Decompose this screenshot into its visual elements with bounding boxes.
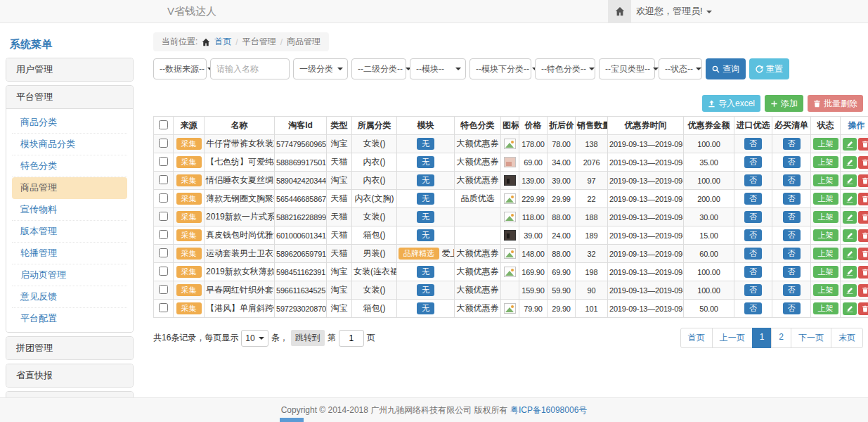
- import-preferred-toggle[interactable]: 否: [744, 284, 762, 296]
- module-badge[interactable]: 无: [417, 138, 434, 150]
- must-buy-toggle[interactable]: 否: [783, 229, 801, 241]
- edit-button[interactable]: [843, 266, 857, 279]
- delete-button[interactable]: [858, 266, 868, 279]
- add-button[interactable]: 添加: [765, 95, 803, 112]
- pager-last[interactable]: 末页: [831, 328, 863, 348]
- sidebar-panel-user-mgmt[interactable]: 用户管理: [6, 58, 134, 82]
- sidebar-item-platform-mgmt[interactable]: 平台管理: [6, 86, 133, 108]
- breadcrumb-home-link[interactable]: 首页: [214, 36, 231, 48]
- home-button[interactable]: [608, 0, 631, 23]
- edit-button[interactable]: [843, 156, 857, 169]
- import-preferred-toggle[interactable]: 否: [744, 193, 762, 205]
- row-checkbox[interactable]: [159, 248, 168, 257]
- import-preferred-toggle[interactable]: 否: [744, 248, 762, 260]
- row-checkbox[interactable]: [159, 303, 168, 312]
- sidebar-item-platform-config[interactable]: 平台配置: [12, 308, 127, 329]
- delete-button[interactable]: [858, 248, 868, 260]
- name-search-input[interactable]: [210, 58, 290, 79]
- must-buy-toggle[interactable]: 否: [783, 138, 801, 150]
- edit-button[interactable]: [843, 193, 857, 205]
- delete-button[interactable]: [858, 284, 868, 297]
- must-buy-toggle[interactable]: 否: [783, 284, 801, 296]
- status-badge[interactable]: 上架: [813, 138, 838, 150]
- module-badge[interactable]: 无: [417, 229, 434, 241]
- sidebar-item-promo-material[interactable]: 宣传物料: [12, 199, 127, 221]
- module-badge[interactable]: 无: [417, 284, 434, 296]
- row-checkbox[interactable]: [159, 285, 168, 294]
- sidebar-item-goods-mgmt[interactable]: 商品管理: [12, 177, 127, 199]
- must-buy-toggle[interactable]: 否: [783, 174, 801, 186]
- status-badge[interactable]: 上架: [813, 248, 838, 260]
- pager-first[interactable]: 首页: [680, 328, 713, 348]
- module-badge[interactable]: 无: [417, 193, 434, 205]
- row-checkbox[interactable]: [159, 193, 168, 203]
- edit-button[interactable]: [843, 174, 857, 187]
- delete-button[interactable]: [858, 193, 868, 205]
- must-buy-toggle[interactable]: 否: [783, 193, 801, 205]
- row-checkbox[interactable]: [159, 175, 168, 184]
- row-checkbox[interactable]: [159, 212, 168, 221]
- delete-button[interactable]: [858, 211, 868, 224]
- sidebar-item-splash-mgmt[interactable]: 启动页管理: [12, 264, 127, 286]
- row-checkbox[interactable]: [159, 230, 168, 239]
- import-preferred-toggle[interactable]: 否: [744, 156, 762, 168]
- edit-button[interactable]: [843, 248, 857, 260]
- sidebar-item-feature-category[interactable]: 特色分类: [12, 155, 127, 177]
- delete-button[interactable]: [858, 156, 868, 169]
- search-button[interactable]: 查询: [706, 58, 746, 79]
- must-buy-toggle[interactable]: 否: [783, 211, 801, 223]
- status-select[interactable]: --状态--: [659, 58, 702, 79]
- edit-button[interactable]: [843, 211, 857, 224]
- sidebar-item-express-news[interactable]: 省直快报: [6, 364, 133, 387]
- import-preferred-toggle[interactable]: 否: [744, 138, 762, 150]
- sidebar-item-module-goods-category[interactable]: 模块商品分类: [12, 134, 127, 155]
- module-badge[interactable]: 无: [417, 211, 434, 223]
- module-badge[interactable]: 品牌精选: [399, 248, 439, 260]
- row-checkbox[interactable]: [159, 267, 168, 276]
- edit-button[interactable]: [843, 284, 857, 297]
- import-preferred-toggle[interactable]: 否: [744, 174, 762, 186]
- must-buy-toggle[interactable]: 否: [783, 156, 801, 168]
- sidebar-item-feedback[interactable]: 意见反馈: [12, 286, 127, 308]
- jump-page-input[interactable]: [339, 330, 364, 347]
- pager-next[interactable]: 下一页: [791, 328, 831, 348]
- feature-category-select[interactable]: --特色分类--: [535, 58, 595, 79]
- delete-button[interactable]: [858, 138, 868, 151]
- sidebar-item-goods-category[interactable]: 商品分类: [12, 112, 127, 134]
- delete-button[interactable]: [858, 229, 868, 242]
- pager-prev[interactable]: 上一页: [712, 328, 753, 348]
- module-badge[interactable]: 无: [417, 266, 434, 278]
- must-buy-toggle[interactable]: 否: [783, 302, 801, 314]
- row-checkbox[interactable]: [159, 139, 168, 148]
- edit-button[interactable]: [843, 138, 857, 151]
- import-preferred-toggle[interactable]: 否: [744, 302, 762, 314]
- import-preferred-toggle[interactable]: 否: [744, 266, 762, 278]
- category1-select[interactable]: 一级分类: [293, 58, 348, 79]
- module-sub-select[interactable]: --模块下分类--: [469, 58, 531, 79]
- must-buy-toggle[interactable]: 否: [783, 248, 801, 260]
- jump-button[interactable]: 跳转到: [291, 330, 325, 346]
- status-badge[interactable]: 上架: [813, 156, 838, 168]
- item-type-select[interactable]: --宝贝类型--: [599, 58, 655, 79]
- sidebar-panel-express-news[interactable]: 省直快报: [6, 364, 134, 388]
- status-badge[interactable]: 上架: [813, 266, 838, 278]
- must-buy-toggle[interactable]: 否: [783, 266, 801, 278]
- sidebar-item-group-buy[interactable]: 拼团管理: [6, 337, 133, 359]
- pager-page-2[interactable]: 2: [771, 328, 791, 348]
- category2-select[interactable]: --二级分类--: [351, 58, 406, 79]
- reset-button[interactable]: 重置: [749, 58, 789, 79]
- edit-button[interactable]: [843, 229, 857, 242]
- sidebar-item-version-mgmt[interactable]: 版本管理: [12, 221, 127, 243]
- module-badge[interactable]: 无: [417, 174, 434, 186]
- user-menu[interactable]: 欢迎您，管理员!: [636, 0, 712, 23]
- status-badge[interactable]: 上架: [813, 229, 838, 241]
- import-preferred-toggle[interactable]: 否: [744, 211, 762, 223]
- per-page-select[interactable]: 10: [241, 330, 268, 347]
- module-badge[interactable]: 无: [417, 156, 434, 168]
- status-badge[interactable]: 上架: [813, 284, 838, 296]
- sidebar-item-carousel-mgmt[interactable]: 轮播管理: [12, 243, 127, 264]
- status-badge[interactable]: 上架: [813, 211, 838, 223]
- import-excel-button[interactable]: 导入excel: [702, 95, 760, 112]
- module-badge[interactable]: 无: [417, 302, 434, 314]
- edit-button[interactable]: [843, 302, 857, 315]
